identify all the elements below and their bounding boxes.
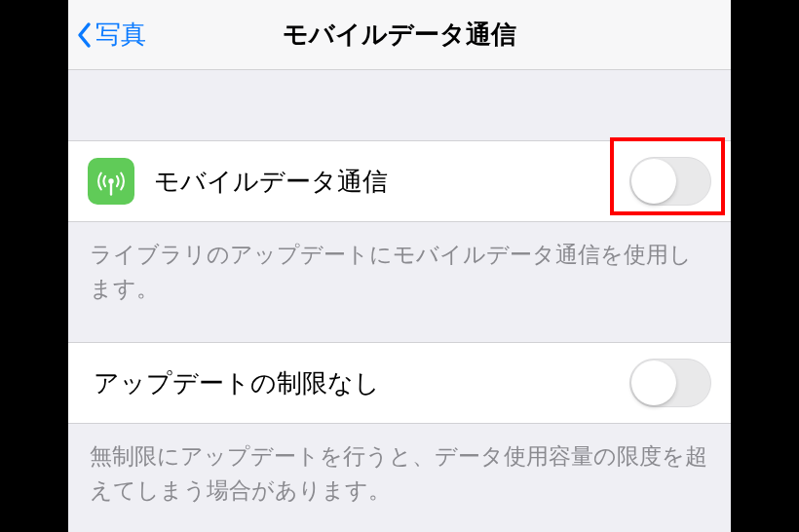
unlimited-updates-toggle[interactable] — [629, 359, 711, 407]
cellular-data-row[interactable]: モバイルデータ通信 — [68, 140, 731, 222]
toggle-knob — [631, 361, 676, 405]
unlimited-updates-row[interactable]: アップデートの制限なし — [68, 342, 731, 424]
unlimited-updates-label: アップデートの制限なし — [94, 366, 629, 400]
page-title: モバイルデータ通信 — [68, 18, 731, 52]
cellular-data-toggle[interactable] — [629, 157, 711, 206]
toggle-knob — [631, 159, 676, 204]
cell-group-cellular: モバイルデータ通信 — [68, 140, 731, 222]
unlimited-footer-text: 無制限にアップデートを行うと、データ使用容量の限度を超えてしまう場合があります。 — [68, 424, 731, 532]
cellular-data-label: モバイルデータ通信 — [154, 165, 629, 199]
back-button[interactable]: 写真 — [68, 18, 146, 52]
cellular-footer-text: ライブラリのアップデートにモバイルデータ通信を使用します。 — [68, 222, 731, 330]
section-spacer — [68, 70, 731, 140]
chevron-left-icon — [76, 21, 92, 49]
navbar: 写真 モバイルデータ通信 — [68, 0, 731, 70]
cellular-signal-icon — [88, 158, 134, 205]
back-label: 写真 — [95, 18, 146, 52]
settings-screen: 写真 モバイルデータ通信 モバイルデータ通信 — [68, 0, 731, 532]
section-spacer — [68, 330, 731, 342]
